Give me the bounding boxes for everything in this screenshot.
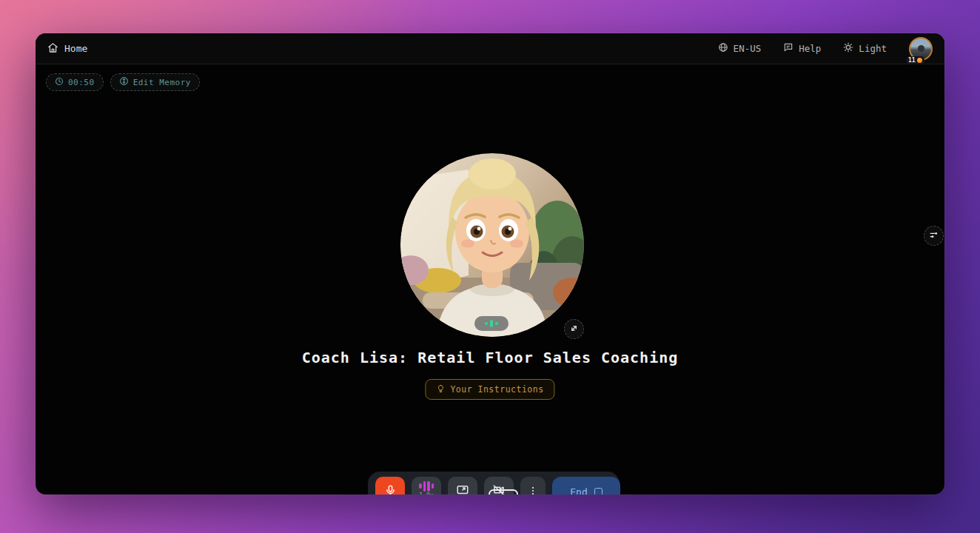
tooltip-pill bbox=[489, 489, 518, 495]
coach-session-title: Coach Lisa: Retail Floor Sales Coaching bbox=[36, 349, 944, 366]
coach-avatar-illustration bbox=[400, 153, 584, 337]
screen-share-button[interactable] bbox=[448, 477, 477, 495]
sliders-icon bbox=[929, 229, 939, 243]
playback-speed-button[interactable]: 1.0x bbox=[412, 477, 441, 495]
voice-dot bbox=[495, 322, 498, 325]
screen-share-icon bbox=[456, 483, 469, 495]
more-icon bbox=[528, 485, 538, 495]
more-options-button[interactable] bbox=[520, 477, 546, 495]
side-panel-toggle[interactable] bbox=[924, 226, 944, 246]
end-call-button[interactable]: End bbox=[552, 477, 620, 495]
stage: Coach Lisa: Retail Floor Sales Coaching … bbox=[36, 33, 944, 495]
app-window: Home EN-US Help Light bbox=[36, 33, 944, 495]
expand-button[interactable] bbox=[564, 319, 584, 339]
voice-dot bbox=[485, 322, 488, 325]
expand-icon bbox=[569, 322, 579, 336]
your-instructions-button[interactable]: Your Instructions bbox=[425, 379, 554, 400]
mic-icon bbox=[384, 484, 397, 495]
voice-activity-indicator bbox=[474, 316, 509, 331]
playback-speed-label: 1.0x bbox=[419, 492, 433, 495]
lightbulb-icon bbox=[436, 384, 445, 395]
coach-avatar-image bbox=[400, 153, 584, 337]
stop-icon bbox=[594, 488, 603, 495]
waveform-icon bbox=[419, 480, 434, 492]
microphone-button[interactable] bbox=[375, 477, 405, 495]
end-call-label: End bbox=[570, 486, 587, 495]
voice-bar bbox=[490, 320, 493, 327]
your-instructions-label: Your Instructions bbox=[450, 384, 543, 395]
